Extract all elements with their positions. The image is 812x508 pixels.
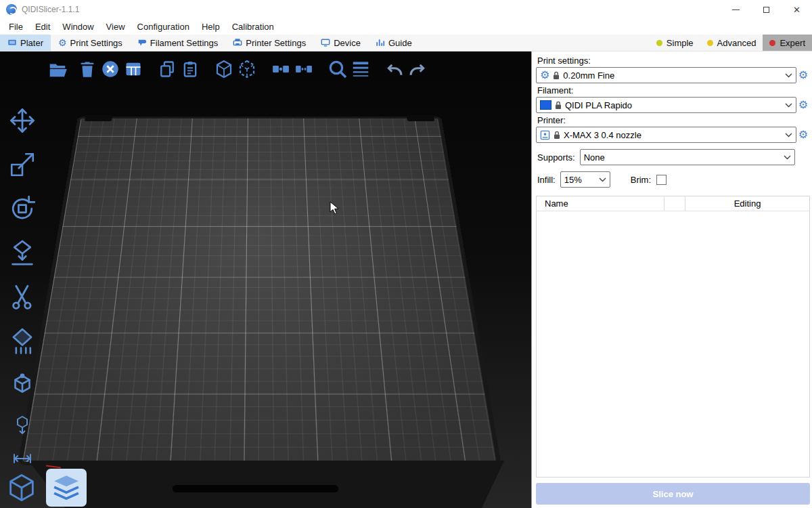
move-button[interactable] bbox=[5, 104, 39, 137]
printer-front-slot bbox=[173, 485, 338, 492]
mouse-cursor bbox=[330, 201, 340, 216]
viewport-toolbar bbox=[46, 58, 429, 81]
print-settings-gear-button[interactable]: ⚙ bbox=[796, 70, 810, 81]
measure-button[interactable] bbox=[5, 441, 39, 465]
paste-icon bbox=[181, 60, 200, 79]
printer-preset-icon bbox=[540, 130, 550, 140]
tab-guide[interactable]: Guide bbox=[368, 35, 420, 51]
rotate-button[interactable] bbox=[5, 192, 39, 225]
paint-supports-button[interactable] bbox=[5, 324, 39, 357]
tab-device[interactable]: Device bbox=[313, 35, 368, 51]
printer-label: Printer: bbox=[537, 115, 810, 125]
infill-value: 15% bbox=[564, 175, 582, 185]
tab-filament-settings[interactable]: Filament Settings bbox=[130, 35, 225, 51]
cut-button[interactable] bbox=[5, 280, 39, 313]
tab-label: Guide bbox=[388, 38, 412, 48]
split-to-objects-button[interactable] bbox=[269, 58, 292, 81]
remove-instance-button[interactable] bbox=[235, 58, 258, 81]
menu-window[interactable]: Window bbox=[56, 19, 99, 35]
tabbar-spacer bbox=[420, 35, 650, 51]
add-instance-button[interactable] bbox=[212, 58, 235, 81]
window-title: QIDISlicer-1.1.1 bbox=[22, 5, 79, 14]
search-button[interactable] bbox=[326, 58, 349, 81]
preview-layers-view-button[interactable] bbox=[46, 469, 87, 507]
filament-value: QIDI PLA Rapido bbox=[565, 100, 632, 110]
redo-button[interactable] bbox=[406, 58, 429, 81]
slice-now-button[interactable]: Slice now bbox=[536, 483, 810, 505]
side-toolbar bbox=[5, 104, 39, 469]
print-settings-combo[interactable]: ⚙ 0.20mm Fine bbox=[536, 67, 796, 83]
column-name[interactable]: Name bbox=[537, 198, 664, 209]
printer-gear-button[interactable]: ⚙ bbox=[796, 129, 810, 140]
menu-configuration[interactable]: Configuration bbox=[131, 19, 196, 35]
minimize-icon bbox=[732, 9, 740, 10]
column-editing[interactable]: Editing bbox=[685, 198, 809, 209]
menu-help[interactable]: Help bbox=[196, 19, 226, 35]
variable-layer-height-button[interactable] bbox=[349, 58, 372, 81]
undo-button[interactable] bbox=[383, 58, 406, 81]
infill-combo[interactable]: 15% bbox=[560, 171, 610, 188]
split-to-parts-button[interactable] bbox=[292, 58, 315, 81]
copy-button[interactable] bbox=[156, 58, 179, 81]
place-on-face-button[interactable] bbox=[5, 236, 39, 269]
menubar: File Edit Window View Configuration Help… bbox=[0, 19, 812, 35]
app-logo-icon bbox=[6, 4, 17, 15]
delete-button[interactable] bbox=[76, 58, 99, 81]
mode-label: Advanced bbox=[717, 38, 757, 48]
view-toggles bbox=[4, 469, 87, 507]
emboss-button[interactable] bbox=[5, 412, 39, 437]
app-window: QIDISlicer-1.1.1 ✕ File Edit Window View… bbox=[0, 0, 812, 508]
menu-edit[interactable]: Edit bbox=[29, 19, 56, 35]
tab-print-settings[interactable]: ⚙ Print Settings bbox=[51, 35, 130, 51]
seam-button[interactable] bbox=[5, 368, 39, 401]
brim-checkbox[interactable] bbox=[656, 175, 667, 185]
delete-all-button[interactable] bbox=[99, 58, 122, 81]
tab-label: Print Settings bbox=[70, 38, 122, 48]
menu-calibration[interactable]: Calibration bbox=[226, 19, 280, 35]
3d-editor-view-button[interactable] bbox=[4, 469, 39, 507]
scale-button[interactable] bbox=[5, 148, 39, 181]
menu-file[interactable]: File bbox=[3, 19, 29, 35]
close-button[interactable]: ✕ bbox=[782, 0, 812, 19]
paste-button[interactable] bbox=[179, 58, 202, 81]
titlebar: QIDISlicer-1.1.1 ✕ bbox=[0, 0, 812, 19]
mode-label: Expert bbox=[780, 38, 805, 48]
minimize-button[interactable] bbox=[721, 0, 751, 19]
delete-icon bbox=[78, 60, 97, 79]
print-bed bbox=[18, 117, 501, 465]
delete-all-icon bbox=[101, 60, 120, 79]
supports-label: Supports: bbox=[537, 152, 575, 163]
rotate-icon bbox=[7, 194, 37, 224]
menu-view[interactable]: View bbox=[100, 19, 131, 35]
3d-editor-icon bbox=[5, 471, 38, 504]
undo-icon bbox=[384, 59, 405, 79]
bed-clip-left bbox=[85, 115, 112, 121]
mode-simple[interactable]: Simple bbox=[650, 35, 700, 51]
chevron-down-icon bbox=[785, 133, 792, 137]
mode-advanced[interactable]: Advanced bbox=[700, 35, 763, 51]
open-button[interactable] bbox=[46, 58, 69, 81]
chevron-down-icon bbox=[785, 73, 792, 78]
chevron-down-icon bbox=[785, 103, 792, 108]
printer-combo[interactable]: X-MAX 3 0.4 nozzle bbox=[536, 127, 796, 143]
object-list-body[interactable] bbox=[537, 211, 809, 477]
tab-label: Printer Settings bbox=[246, 38, 306, 48]
chevron-down-icon bbox=[599, 177, 606, 182]
tab-plater[interactable]: Plater bbox=[0, 35, 51, 51]
supports-combo[interactable]: None bbox=[580, 149, 795, 165]
close-icon: ✕ bbox=[793, 5, 800, 15]
filament-gear-button[interactable]: ⚙ bbox=[796, 100, 810, 110]
mode-expert[interactable]: Expert bbox=[763, 35, 812, 51]
tab-printer-settings[interactable]: Printer Settings bbox=[225, 35, 313, 51]
lock-icon bbox=[554, 131, 560, 140]
tab-label: Filament Settings bbox=[150, 38, 218, 48]
filament-icon bbox=[137, 38, 147, 47]
supports-value: None bbox=[584, 152, 605, 163]
viewport-3d[interactable] bbox=[0, 51, 531, 508]
filament-combo[interactable]: QIDI PLA Rapido bbox=[536, 97, 796, 113]
maximize-button[interactable] bbox=[751, 0, 782, 19]
arrange-button[interactable] bbox=[122, 58, 145, 81]
paint-supports-icon bbox=[8, 326, 37, 355]
main-area: Print settings: ⚙ 0.20mm Fine ⚙ Filament… bbox=[0, 51, 812, 508]
object-list-header: Name Editing bbox=[537, 196, 809, 211]
